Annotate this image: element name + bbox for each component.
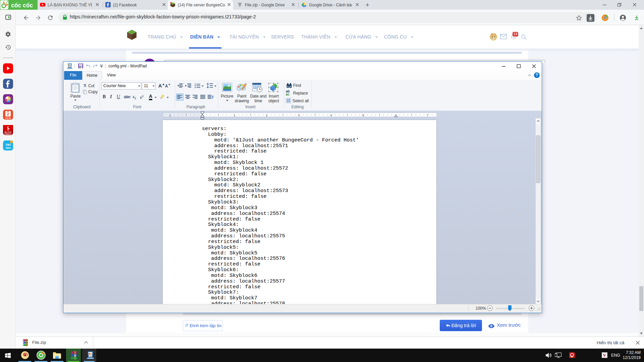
svg-text:3: 3 (298, 113, 300, 117)
svg-text:cốc cốc: cốc cốc (11, 2, 33, 9)
svg-text:FRIDAY: FRIDAY (4, 133, 12, 135)
svg-text:4: 4 (330, 113, 332, 117)
svg-text:-50%: -50% (5, 146, 11, 149)
svg-text:12.12: 12.12 (5, 117, 11, 119)
svg-text:TIKI: TIKI (5, 143, 11, 146)
svg-text:7: 7 (427, 113, 428, 117)
svg-text:1: 1 (233, 113, 235, 117)
svg-text:1: 1 (169, 113, 171, 117)
svg-text:2: 2 (266, 113, 267, 117)
svg-text:5: 5 (362, 113, 364, 117)
